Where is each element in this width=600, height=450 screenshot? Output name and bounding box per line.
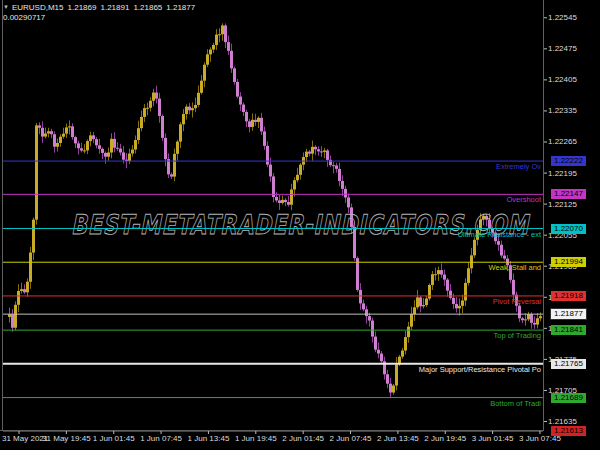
candle-body	[335, 165, 338, 168]
candle-body	[377, 350, 380, 354]
candle-body	[53, 134, 56, 146]
candle-body	[284, 200, 287, 202]
candle-body	[56, 143, 59, 147]
candle-body	[416, 297, 419, 307]
candle-body	[86, 141, 89, 150]
candle-body	[503, 256, 506, 259]
candle-body	[263, 131, 266, 145]
level-label: Ultimate Resistance - ext	[458, 231, 541, 239]
candle-body	[431, 274, 434, 285]
candle-body	[236, 82, 239, 97]
level-label: Major Support/Resistance Pivotal Po	[419, 366, 541, 374]
price-tick-label: 1.22475	[548, 44, 577, 53]
ohlc-open: 1.21869	[68, 3, 97, 12]
candle-wick	[39, 122, 40, 134]
candle-body	[59, 137, 62, 143]
candle-body	[119, 149, 122, 153]
price-tick-label: 1.22125	[548, 200, 577, 209]
level-label: Overshoot	[506, 196, 541, 204]
candle-body	[20, 289, 23, 291]
candle-body	[380, 354, 383, 362]
candle-body	[77, 143, 80, 148]
chart-collapse-icon[interactable]: ▼	[3, 4, 9, 10]
candle-body	[314, 147, 317, 149]
candle-body	[296, 175, 299, 180]
candle-body	[401, 351, 404, 357]
candle-body	[23, 289, 26, 292]
candle-wick	[285, 198, 286, 206]
candle-body	[362, 303, 365, 309]
chart-info-line: ▼EURUSD,M151.218691.218911.218651.21877	[3, 2, 195, 13]
time-tick-label: 2 Jun 13:45	[377, 434, 419, 443]
time-tick-label: 2 Jun 07:45	[330, 434, 372, 443]
level-label: Bottom of Tradi	[490, 400, 541, 408]
candle-body	[413, 307, 416, 314]
candle-body	[407, 327, 410, 337]
candle-body	[104, 153, 107, 157]
price-level-badge: 1.21994	[551, 257, 586, 267]
candle-body	[137, 128, 140, 140]
candle-body	[257, 118, 260, 122]
price-tick-label: 1.21635	[548, 417, 577, 426]
candle-body	[326, 150, 329, 159]
candle-body	[248, 121, 251, 127]
candle-body	[419, 297, 422, 306]
candle-body	[371, 321, 374, 337]
candle-body	[320, 151, 323, 152]
candle-body	[455, 304, 458, 308]
candle-body	[410, 314, 413, 327]
candle-body	[50, 131, 53, 134]
indicator-value-label: 0.00290717	[3, 13, 45, 22]
candle-body	[233, 68, 236, 82]
candle-wick	[69, 120, 70, 134]
level-label: Pivot Reversal	[493, 298, 541, 306]
time-tick-label: 3 Jun 01:45	[472, 434, 514, 443]
candle-body	[533, 323, 536, 325]
candle-body	[92, 135, 95, 139]
candle-body	[89, 135, 92, 141]
candle-body	[74, 137, 77, 143]
candle-body	[32, 220, 35, 253]
candle-body	[497, 241, 500, 245]
candle-body	[437, 270, 440, 274]
candle-body	[365, 309, 368, 316]
candle-body	[392, 386, 395, 393]
candle-body	[38, 125, 41, 127]
candle-body	[446, 280, 449, 291]
candle-wick	[63, 128, 64, 139]
candle-body	[269, 165, 272, 177]
candle-body	[530, 314, 533, 323]
mt4-chart-window: BEST-METATRADER-INDICATORS.COM ▼EURUSD,M…	[0, 0, 600, 450]
candle-body	[275, 197, 278, 200]
ohlc-low: 1.21865	[133, 3, 162, 12]
candle-body	[467, 268, 470, 283]
price-chart-canvas[interactable]: BEST-METATRADER-INDICATORS.COM	[0, 0, 600, 450]
candle-wick	[288, 196, 289, 207]
candle-body	[134, 140, 137, 150]
candle-body	[182, 114, 185, 124]
time-axis-separator	[0, 430, 544, 431]
candle-body	[374, 337, 377, 350]
candle-body	[323, 150, 326, 151]
candle-body	[434, 274, 437, 275]
candle-body	[62, 134, 65, 137]
price-level-badge: 1.21765	[551, 359, 586, 369]
candle-body	[185, 107, 188, 114]
candle-body	[173, 154, 176, 177]
candle-wick	[333, 162, 334, 174]
candle-body	[197, 93, 200, 105]
candle-body	[539, 316, 542, 318]
candle-body	[368, 316, 371, 320]
candle-body	[536, 318, 539, 324]
candle-body	[461, 301, 464, 306]
time-tick-label: 1 Jun 13:45	[188, 434, 230, 443]
candle-body	[473, 240, 476, 256]
price-level-badge: 1.21841	[551, 325, 586, 335]
candle-body	[95, 139, 98, 145]
candle-wick	[423, 298, 424, 308]
candle-body	[170, 174, 173, 176]
current-price-badge: 1.21877	[551, 309, 586, 319]
candle-body	[17, 291, 20, 305]
time-tick-label: 1 Jun 01:45	[93, 434, 135, 443]
candle-body	[41, 128, 44, 137]
